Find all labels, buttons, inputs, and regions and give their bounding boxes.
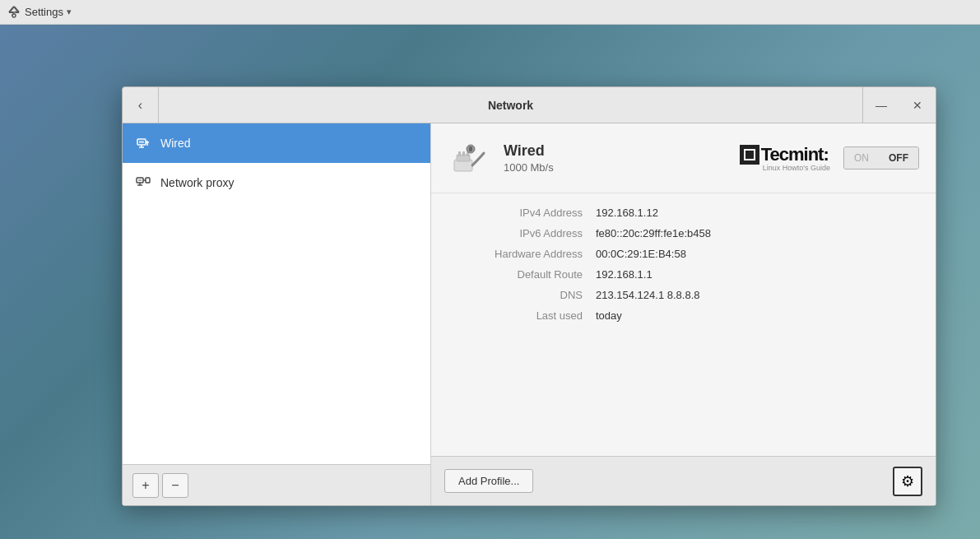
detail-label: Hardware Address <box>448 248 596 260</box>
menubar-dropdown-arrow[interactable]: ▾ <box>67 7 72 17</box>
detail-value: 192.168.1.12 <box>596 207 658 219</box>
settings-app-icon <box>7 5 21 20</box>
detail-label: IPv6 Address <box>448 227 596 239</box>
connection-settings-button[interactable]: ⚙ <box>893 467 922 496</box>
detail-row: DNS213.154.124.1 8.8.8.8 <box>448 289 919 301</box>
tecmint-box-inner <box>744 149 755 160</box>
svg-line-0 <box>9 7 14 12</box>
back-button[interactable]: ‹ <box>123 87 159 123</box>
detail-label: Default Route <box>448 268 596 281</box>
connection-speed: 1000 Mb/s <box>504 161 727 174</box>
detail-value: 192.168.1.1 <box>596 268 653 281</box>
tecmint-tagline: Linux Howto's Guide <box>763 164 830 172</box>
detail-row: IPv4 Address192.168.1.12 <box>448 207 919 219</box>
svg-rect-19 <box>458 151 461 156</box>
minimize-button[interactable]: — <box>863 87 899 123</box>
dialog-content: Wired Network proxy <box>123 123 936 505</box>
window-controls: — ✕ <box>862 87 936 123</box>
svg-rect-20 <box>462 151 465 156</box>
tecmint-box-icon <box>740 145 759 165</box>
detail-row: Last usedtoday <box>448 309 919 322</box>
toggle-on-label: ON <box>844 147 879 169</box>
detail-label: IPv4 Address <box>448 207 596 219</box>
main-panel: Wired 1000 Mb/s Tecmint: Linux Howto's G… <box>431 123 936 505</box>
svg-point-4 <box>12 14 16 17</box>
sidebar-footer: + − <box>123 464 430 505</box>
detail-value: 00:0C:29:1E:B4:58 <box>596 248 686 260</box>
connection-toggle[interactable]: ON OFF <box>843 146 919 170</box>
detail-row: IPv6 Addressfe80::20c:29ff:fe1e:b458 <box>448 227 919 239</box>
remove-connection-button[interactable]: − <box>162 473 188 498</box>
network-dialog: ‹ Network — ✕ <box>122 86 936 506</box>
tecmint-brand: Tecmint: <box>740 144 829 165</box>
dialog-title: Network <box>159 99 862 112</box>
menubar-settings-label[interactable]: Settings <box>25 6 63 18</box>
close-button[interactable]: ✕ <box>899 87 936 123</box>
toggle-off-label: OFF <box>879 147 918 169</box>
sidebar: Wired Network proxy <box>123 123 431 505</box>
connection-illustration <box>448 137 490 179</box>
sidebar-wired-label: Wired <box>160 137 191 150</box>
detail-value: fe80::20c:29ff:fe1e:b458 <box>596 227 711 239</box>
tecmint-logo: Tecmint: Linux Howto's Guide <box>740 144 830 172</box>
detail-label: DNS <box>448 289 596 301</box>
add-connection-button[interactable]: + <box>132 473 159 498</box>
connection-name: Wired <box>504 142 727 160</box>
detail-row: Hardware Address00:0C:29:1E:B4:58 <box>448 248 919 260</box>
sidebar-item-network-proxy[interactable]: Network proxy <box>123 163 430 202</box>
svg-rect-6 <box>139 141 144 143</box>
sidebar-item-wired[interactable]: Wired <box>123 123 430 163</box>
detail-row: Default Route192.168.1.1 <box>448 268 919 281</box>
tecmint-text: Tecmint <box>761 144 824 165</box>
detail-label: Last used <box>448 309 596 322</box>
add-profile-button[interactable]: Add Profile... <box>444 469 533 493</box>
sidebar-network-proxy-label: Network proxy <box>160 176 234 189</box>
connection-details: IPv4 Address192.168.1.12IPv6 Addressfe80… <box>431 193 936 456</box>
menubar: Settings ▾ <box>0 0 980 25</box>
titlebar: ‹ Network — ✕ <box>123 87 936 123</box>
detail-value: today <box>596 309 622 322</box>
network-proxy-icon <box>136 175 151 190</box>
wired-icon <box>136 136 151 151</box>
detail-value: 213.154.124.1 8.8.8.8 <box>596 289 700 301</box>
svg-rect-23 <box>469 146 472 151</box>
sidebar-list: Wired Network proxy <box>123 123 430 464</box>
svg-rect-12 <box>138 179 142 181</box>
main-footer: Add Profile... ⚙ <box>431 456 936 505</box>
connection-header: Wired 1000 Mb/s Tecmint: Linux Howto's G… <box>431 123 936 193</box>
connection-info: Wired 1000 Mb/s <box>504 142 727 174</box>
svg-rect-14 <box>146 178 150 183</box>
gear-icon: ⚙ <box>901 472 914 490</box>
